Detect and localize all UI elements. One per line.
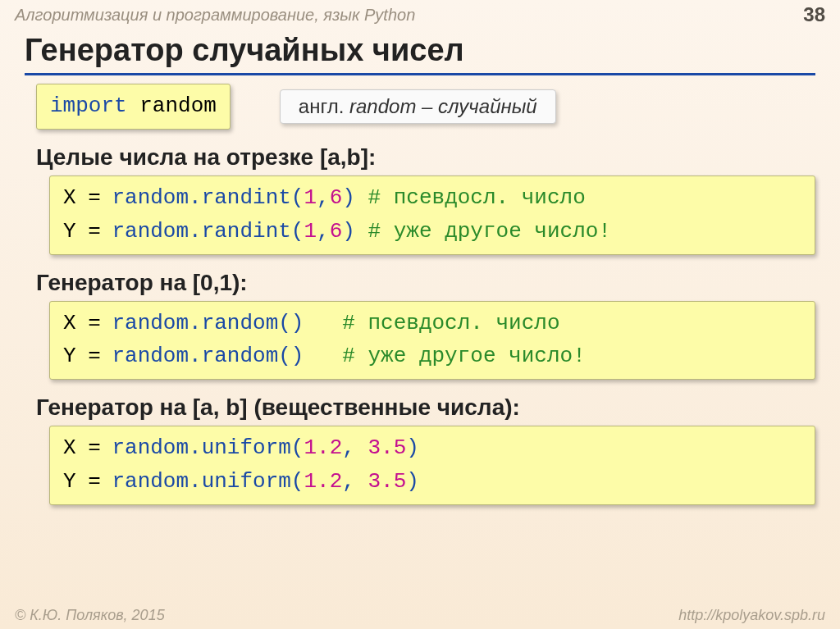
code-line: X = random.random() # псевдосл. число <box>63 307 801 340</box>
section-heading: Генератор на [a, b] (вещественные числа)… <box>36 394 815 421</box>
module-name: random <box>139 93 217 118</box>
code-block-random: X = random.random() # псевдосл. число Y … <box>49 301 815 381</box>
page-title: Генератор случайных чисел <box>25 33 815 75</box>
code-line: Y = random.randint(1,6) # уже другое чис… <box>63 215 801 248</box>
footer: © К.Ю. Поляков, 2015 http://kpolyakov.sp… <box>0 607 840 624</box>
section-heading: Генератор на [0,1): <box>36 270 815 296</box>
footer-url: http://kpolyakov.spb.ru <box>678 607 825 624</box>
note-tail: – случайный <box>416 95 536 117</box>
note-prefix: англ. <box>299 95 349 117</box>
note-word: random <box>349 95 416 117</box>
code-line: X = random.uniform(1.2, 3.5) <box>63 431 801 464</box>
code-line: Y = random.uniform(1.2, 3.5) <box>63 465 801 498</box>
keyword-import: import <box>50 93 127 118</box>
code-block-uniform: X = random.uniform(1.2, 3.5) Y = random.… <box>49 426 815 505</box>
header-bar: Алгоритмизация и программирование, язык … <box>0 0 840 26</box>
code-line: Y = random.random() # уже другое число! <box>63 340 801 372</box>
code-block-randint: X = random.randint(1,6) # псевдосл. числ… <box>49 175 815 255</box>
copyright: © К.Ю. Поляков, 2015 <box>15 607 165 624</box>
section-heading: Целые числа на отрезке [a,b]: <box>36 144 815 171</box>
translation-note: англ. random – случайный <box>280 89 556 124</box>
import-code: import random <box>36 84 231 130</box>
breadcrumb: Алгоритмизация и программирование, язык … <box>15 6 415 25</box>
import-row: import random англ. random – случайный <box>36 84 840 130</box>
page-number: 38 <box>803 3 825 26</box>
code-line: X = random.randint(1,6) # псевдосл. числ… <box>63 181 801 214</box>
